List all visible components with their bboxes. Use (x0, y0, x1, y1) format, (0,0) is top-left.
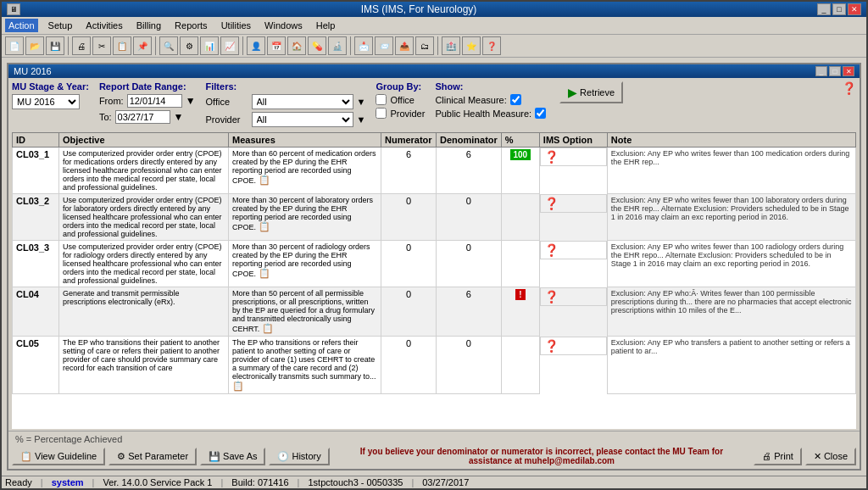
menu-billing[interactable]: Billing (133, 19, 164, 32)
measures-copy-icon[interactable]: 📋 (259, 221, 270, 231)
tb-btn-17[interactable]: 📩 (354, 36, 373, 55)
col-note: Note (607, 133, 855, 148)
menu-utilities[interactable]: Utilities (218, 19, 254, 32)
measures-copy-icon[interactable]: 📋 (262, 323, 274, 333)
status-version: Ver. 14.0.0 Service Pack 1 (103, 477, 212, 487)
status-build: Build: 071416 (231, 477, 288, 487)
tb-btn-11[interactable]: 📈 (220, 36, 239, 55)
inner-maximize[interactable]: □ (829, 66, 841, 76)
table-container[interactable]: ID Objective Measures Numerator Denomina… (12, 132, 856, 429)
group-provider-label: Provider (390, 109, 425, 119)
tb-sep-1 (68, 36, 69, 55)
col-pct: % (501, 133, 539, 148)
mu-stage-select[interactable]: MU 2016 (12, 94, 80, 109)
to-date-input[interactable] (115, 110, 170, 124)
row-pct: 100 (501, 148, 539, 194)
from-date-input[interactable] (127, 94, 182, 108)
view-guideline-icon: 📋 (20, 451, 32, 462)
history-button[interactable]: 🕐 History (269, 448, 329, 465)
measures-copy-icon[interactable]: 📋 (259, 268, 270, 278)
status-user: system (52, 477, 84, 487)
provider-dropdown-icon[interactable]: ▼ (357, 114, 366, 125)
tb-btn-5[interactable]: ✂ (92, 36, 111, 55)
menu-help[interactable]: Help (313, 19, 339, 32)
question-mark-icon[interactable]: ❓ (544, 290, 559, 303)
set-parameter-icon: ⚙ (117, 451, 125, 462)
tb-btn-22[interactable]: ⭐ (462, 36, 481, 55)
to-label: To: (99, 112, 112, 122)
menu-activities[interactable]: Activities (82, 19, 125, 32)
filters-label: Filters: (206, 81, 366, 92)
inner-minimize[interactable]: _ (815, 66, 827, 76)
to-date-picker-icon[interactable]: ▼ (174, 111, 184, 123)
question-mark-icon[interactable]: ❓ (544, 150, 559, 164)
menu-setup[interactable]: Setup (45, 19, 76, 32)
office-dropdown-icon[interactable]: ▼ (357, 97, 366, 107)
question-mark-icon[interactable]: ❓ (544, 243, 559, 257)
table-row: CL03_3Use computerized provider order en… (13, 241, 856, 287)
office-filter-select[interactable]: All (252, 94, 353, 109)
from-date-picker-icon[interactable]: ▼ (186, 95, 196, 107)
row-id: CL03_2 (13, 194, 59, 241)
table-row: CL04Generate and transmit permissible pr… (13, 287, 856, 337)
print-button[interactable]: 🖨 Print (754, 448, 802, 465)
filter-area: MU Stage & Year: MU 2016 Report Date Ran… (8, 78, 860, 131)
row-numerator: 0 (381, 194, 437, 241)
row-id: CL03_1 (13, 148, 59, 194)
measures-copy-icon[interactable]: 📋 (232, 381, 244, 391)
tb-btn-7[interactable]: 📌 (133, 36, 152, 55)
tb-btn-3[interactable]: 💾 (46, 36, 64, 55)
tb-btn-6[interactable]: 📋 (113, 36, 131, 55)
maximize-button[interactable]: □ (832, 3, 846, 15)
view-guideline-button[interactable]: 📋 View Guideline (12, 448, 105, 465)
tb-btn-19[interactable]: 📤 (395, 36, 414, 55)
provider-filter-label: Provider (206, 114, 248, 125)
tb-btn-2[interactable]: 📂 (25, 36, 44, 55)
tb-btn-23[interactable]: ❓ (482, 36, 501, 55)
close-button[interactable]: ✕ (848, 3, 861, 15)
close-button-footer[interactable]: ✕ Close (805, 448, 856, 465)
set-parameter-button[interactable]: ⚙ Set Parameter (108, 448, 197, 465)
tb-btn-13[interactable]: 📅 (267, 36, 286, 55)
menu-reports[interactable]: Reports (171, 19, 211, 32)
tb-btn-15[interactable]: 💊 (308, 36, 326, 55)
tb-btn-14[interactable]: 🏠 (287, 36, 306, 55)
inner-close[interactable]: ✕ (843, 66, 854, 76)
group-office-label: Office (390, 95, 415, 105)
tb-btn-21[interactable]: 🏥 (442, 36, 460, 55)
clinical-measure-checkbox[interactable] (510, 94, 521, 105)
question-mark-icon[interactable]: ❓ (544, 339, 559, 353)
tb-btn-8[interactable]: 🔍 (159, 36, 178, 55)
group-provider-checkbox[interactable] (376, 108, 387, 119)
menu-windows[interactable]: Windows (261, 19, 306, 32)
minimize-button[interactable]: _ (817, 3, 831, 15)
status-date: 03/27/2017 (422, 477, 469, 487)
tb-btn-16[interactable]: 🔬 (328, 36, 347, 55)
menu-action[interactable]: Action (5, 19, 38, 32)
pct-badge: 100 (510, 149, 531, 160)
save-as-icon: 💾 (209, 451, 220, 462)
tb-btn-20[interactable]: 🗂 (415, 36, 434, 55)
question-mark-icon[interactable]: ❓ (544, 197, 559, 210)
group-office-checkbox[interactable] (376, 94, 387, 105)
save-as-button[interactable]: 💾 Save As (200, 448, 265, 465)
row-measures: More than 60 percent of medication order… (229, 148, 381, 194)
help-icon[interactable]: ❓ (842, 81, 856, 95)
tb-btn-12[interactable]: 👤 (247, 36, 265, 55)
table-row: CL05The EP who transitions their patient… (13, 337, 856, 394)
tb-btn-18[interactable]: 📨 (375, 36, 393, 55)
tb-btn-9[interactable]: ⚙ (180, 36, 198, 55)
retrieve-button[interactable]: ▶ Retrieve (559, 81, 623, 103)
tb-btn-10[interactable]: 📊 (200, 36, 219, 55)
footer-right-buttons: 🖨 Print ✕ Close (754, 448, 856, 465)
status-ready: Ready (5, 477, 32, 487)
app-icon: 🖥 (7, 3, 20, 15)
title-bar: 🖥 IMS (IMS, For Neurology) _ □ ✕ (2, 2, 866, 17)
public-health-checkbox[interactable] (535, 108, 546, 119)
tb-btn-4[interactable]: 🖨 (72, 36, 91, 55)
print-icon: 🖨 (762, 451, 771, 461)
tb-btn-1[interactable]: 📄 (5, 36, 24, 55)
row-pct (501, 241, 539, 287)
provider-filter-select[interactable]: All (252, 112, 353, 127)
measures-copy-icon[interactable]: 📋 (259, 175, 270, 185)
